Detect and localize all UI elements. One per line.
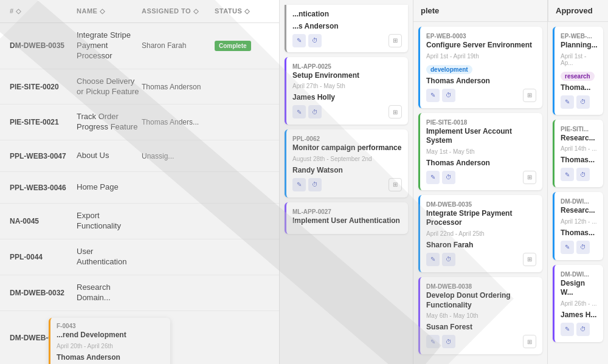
row-name: Integrate Stripe Payment Processor bbox=[77, 30, 142, 61]
approved-column: Approved EP-WEB-... Planning... April 1s… bbox=[548, 0, 608, 364]
card-actions: ✎ ⏱ ⊞ bbox=[426, 335, 536, 348]
kanban-card[interactable]: DM-DWI... Researc... April 12th - ... Th… bbox=[553, 192, 603, 260]
table-row[interactable]: PIE-SITE-0021 Track Order Progress Featu… bbox=[0, 105, 279, 140]
card-date: April 22nd - April 25th bbox=[426, 230, 536, 237]
row-name: User Authentication bbox=[77, 247, 142, 267]
edit-icon-btn[interactable]: ✎ bbox=[561, 241, 574, 254]
card-title: Researc... bbox=[561, 134, 597, 143]
col-header-name[interactable]: NAME ◇ bbox=[77, 7, 142, 15]
card-date: May 1st - May 5th bbox=[426, 148, 536, 155]
clock-icon-btn[interactable]: ⏱ bbox=[308, 34, 322, 47]
clock-icon-btn[interactable]: ⏱ bbox=[308, 105, 322, 118]
row-name: Research Domain... bbox=[77, 283, 142, 303]
kanban-card[interactable]: EP-WEB-0003 Configure Server Environment… bbox=[418, 27, 542, 108]
row-id: PIE-SITE-0021 bbox=[10, 118, 77, 126]
card-date: April 12th - ... bbox=[561, 218, 597, 225]
card-title: Implement User Authentication bbox=[292, 216, 402, 226]
kanban-card[interactable]: DM-DWI... Design W... April 26th - ... J… bbox=[553, 265, 603, 342]
table-row[interactable]: PPL-WEB3-0047 About Us Unassig... bbox=[0, 140, 279, 172]
table-row[interactable]: PPL-WEB3-0046 Home Page bbox=[0, 172, 279, 204]
edit-icon-btn[interactable]: ✎ bbox=[426, 89, 440, 102]
table-row[interactable]: NA-0045 Export Functionality bbox=[0, 204, 279, 239]
card-icons: ✎ ⏱ bbox=[292, 105, 322, 118]
card-id: PIE-SITI... bbox=[561, 126, 597, 132]
clock-icon-btn[interactable]: ⏱ bbox=[576, 95, 590, 109]
edit-icon-btn[interactable]: ✎ bbox=[292, 105, 306, 118]
card-title: Implement User Account System bbox=[426, 127, 536, 146]
row-id: DM-DWEB-0032 bbox=[10, 289, 77, 297]
clock-icon-btn[interactable]: ⏱ bbox=[576, 168, 590, 181]
card-person: ...s Anderson bbox=[292, 22, 402, 30]
kanban-card[interactable]: PPL-0062 Monitor campaign performance Au… bbox=[285, 129, 408, 197]
card-date: April 14th - ... bbox=[561, 145, 597, 152]
row-id: DM-DWEB-0035 bbox=[10, 41, 77, 50]
card-title: Planning... bbox=[561, 41, 597, 50]
table-row[interactable]: DM-DWEB-0033 Set Up Di... F-0043 ...rend… bbox=[0, 311, 279, 364]
expand-icon[interactable]: ⊞ bbox=[389, 34, 402, 47]
col-header-id[interactable]: # ◇ bbox=[10, 7, 77, 15]
edit-icon-btn[interactable]: ✎ bbox=[561, 168, 574, 181]
card-id: PIE-SITE-0018 bbox=[426, 119, 536, 126]
card-id: ML-APP-0027 bbox=[292, 208, 402, 215]
card-person: Sharon Farah bbox=[426, 241, 536, 249]
card-date: April 27th - May 5th bbox=[292, 83, 402, 89]
table-row[interactable]: PIE-SITE-0020 Choose Delivery or Pickup … bbox=[0, 69, 279, 105]
kanban-card[interactable]: PIE-SITI... Researc... April 14th - ... … bbox=[553, 120, 603, 188]
clock-icon-btn[interactable]: ⏱ bbox=[442, 335, 455, 348]
row-name: Choose Delivery or Pickup Feature bbox=[77, 77, 142, 97]
kanban-card[interactable]: EP-WEB-... Planning... April 1st - Ap...… bbox=[553, 27, 603, 115]
col-header-status[interactable]: STATUS ◇ bbox=[215, 7, 269, 15]
card-person: Susan Forest bbox=[426, 323, 536, 331]
table-row[interactable]: DM-DWEB-0035 Integrate Stripe Payment Pr… bbox=[0, 23, 279, 69]
card-actions: ✎ ⏱ ⊞ bbox=[292, 105, 402, 118]
table-row[interactable]: PPL-0044 User Authentication bbox=[0, 239, 279, 275]
card-title: ...ntication bbox=[292, 10, 402, 19]
clock-icon-btn[interactable]: ⏱ bbox=[442, 171, 455, 184]
edit-icon-btn[interactable]: ✎ bbox=[426, 171, 440, 184]
clock-icon-btn[interactable]: ⏱ bbox=[576, 241, 590, 254]
card-title: Develop Donut Ordering Functionality bbox=[426, 291, 536, 310]
expand-icon[interactable]: ⊞ bbox=[523, 335, 536, 348]
clock-icon-btn[interactable]: ⏱ bbox=[442, 253, 455, 266]
row-status: Complete bbox=[215, 41, 269, 51]
card-id: EP-WEB-... bbox=[561, 33, 597, 39]
card-date: May 6th - May 10th bbox=[426, 312, 536, 319]
expand-icon[interactable]: ⊞ bbox=[389, 178, 402, 191]
complete-col-header: plete bbox=[413, 0, 547, 22]
clock-icon-btn[interactable]: ⏱ bbox=[576, 323, 590, 336]
card-title: ...rend Development bbox=[57, 331, 164, 340]
expand-icon[interactable]: ⊞ bbox=[389, 105, 402, 118]
card-person: Thomas... bbox=[561, 156, 597, 164]
card-id: DM-DWI... bbox=[561, 198, 597, 205]
col-header-assigned[interactable]: ASSIGNED TO ◇ bbox=[142, 7, 215, 15]
kanban-card[interactable]: DM-DWEB-0035 Integrate Stripe Payment Pr… bbox=[418, 195, 542, 272]
edit-icon-btn[interactable]: ✎ bbox=[292, 34, 306, 47]
row-id: PPL-0044 bbox=[10, 253, 77, 261]
row-name: Export Functionality bbox=[77, 211, 142, 232]
row-assigned: Unassig... bbox=[142, 152, 215, 160]
row-name: Home Page bbox=[77, 182, 142, 193]
row-assigned: Thomas Anderson bbox=[142, 83, 215, 91]
card-icons: ✎ ⏱ bbox=[426, 253, 455, 266]
edit-icon-btn[interactable]: ✎ bbox=[561, 95, 574, 109]
kanban-card[interactable]: ML-APP-0027 Implement User Authenticatio… bbox=[285, 202, 408, 235]
kanban-card[interactable]: DM-DWEB-0038 Develop Donut Ordering Func… bbox=[418, 277, 542, 354]
card-person: James Holly bbox=[292, 93, 402, 101]
kanban-card[interactable]: ML-APP-0025 Setup Environment April 27th… bbox=[285, 57, 408, 125]
clock-icon-btn[interactable]: ⏱ bbox=[308, 178, 322, 191]
card-id: DM-DWEB-0035 bbox=[426, 201, 536, 208]
card-actions: ✎ ⏱ bbox=[561, 168, 597, 181]
row-name: About Us bbox=[77, 151, 142, 161]
card-title: Design W... bbox=[561, 279, 597, 298]
edit-icon-btn[interactable]: ✎ bbox=[426, 253, 440, 266]
expand-icon[interactable]: ⊞ bbox=[523, 253, 536, 266]
main-container: # ◇ NAME ◇ ASSIGNED TO ◇ STATUS ◇ DM-DWE… bbox=[0, 0, 608, 364]
expand-icon[interactable]: ⊞ bbox=[523, 89, 536, 102]
edit-icon-btn[interactable]: ✎ bbox=[561, 323, 574, 336]
expand-icon[interactable]: ⊞ bbox=[523, 171, 536, 184]
edit-icon-btn[interactable]: ✎ bbox=[426, 335, 440, 348]
clock-icon-btn[interactable]: ⏱ bbox=[442, 89, 455, 102]
table-row[interactable]: DM-DWEB-0032 Research Domain... bbox=[0, 275, 279, 311]
kanban-card[interactable]: PIE-SITE-0018 Implement User Account Sys… bbox=[418, 113, 542, 190]
edit-icon-btn[interactable]: ✎ bbox=[292, 178, 306, 191]
